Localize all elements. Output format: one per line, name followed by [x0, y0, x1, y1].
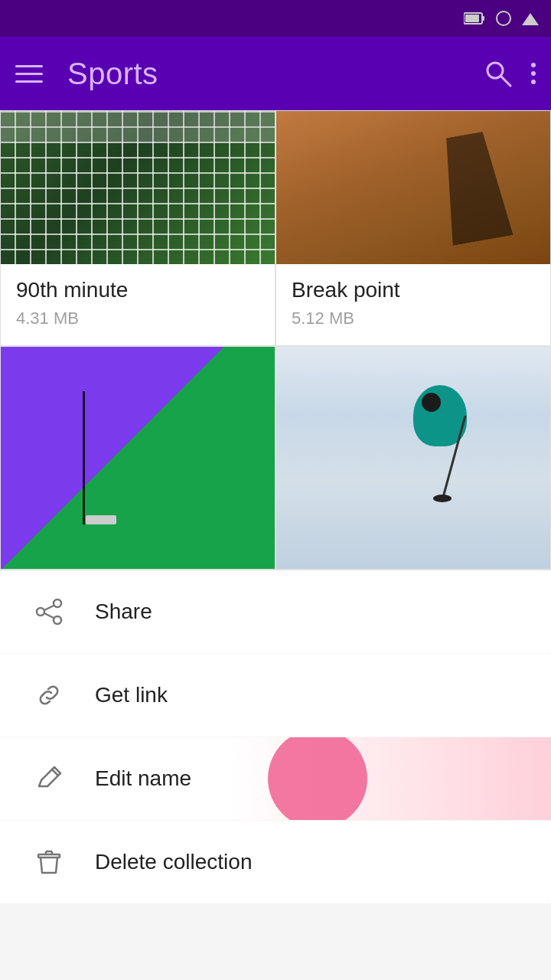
svg-rect-1 [482, 16, 484, 21]
svg-line-12 [44, 606, 54, 610]
trash-icon [31, 844, 67, 880]
get-link-label: Get link [95, 683, 168, 707]
grid-item-skiing[interactable] [276, 346, 551, 570]
battery-icon [464, 11, 485, 25]
grid-item-size-breakpoint: 5.12 MB [292, 309, 535, 328]
pencil-icon [31, 760, 67, 797]
grid-item-title-breakpoint: Break point [292, 278, 535, 302]
grid-item-info-soccer: 90th minute 4.31 MB [1, 264, 275, 345]
svg-rect-15 [38, 854, 60, 858]
status-bar [0, 0, 551, 37]
grid-item-image-court [1, 347, 275, 569]
fab-ripple [268, 737, 367, 821]
share-item[interactable]: Share [0, 570, 551, 654]
svg-line-7 [442, 416, 465, 500]
toolbar: Sports [0, 37, 551, 110]
link-icon [31, 677, 67, 714]
svg-point-9 [54, 599, 61, 607]
content-grid: 90th minute 4.31 MB Break point 5.12 MB [0, 110, 551, 570]
grid-item-court[interactable] [0, 346, 276, 570]
grid-item-size-soccer: 4.31 MB [16, 309, 259, 328]
grid-item-soccer[interactable]: 90th minute 4.31 MB [0, 110, 276, 346]
svg-point-8 [433, 495, 452, 502]
grid-item-image-skiing [276, 347, 550, 569]
delete-collection-label: Delete collection [95, 850, 252, 874]
delete-collection-item[interactable]: Delete collection [0, 821, 551, 904]
grid-item-info-breakpoint: Break point 5.12 MB [276, 264, 550, 345]
get-link-item[interactable]: Get link [0, 654, 551, 737]
edit-name-item[interactable]: Edit name [0, 737, 551, 821]
page-title: Sports [67, 57, 465, 91]
search-button[interactable] [484, 59, 513, 88]
circle-icon [496, 11, 511, 26]
svg-point-3 [497, 11, 510, 25]
share-icon [31, 593, 67, 630]
svg-rect-2 [465, 15, 479, 22]
grid-item-title-soccer: 90th minute [16, 278, 259, 302]
share-label: Share [95, 599, 152, 624]
more-options-button[interactable] [531, 63, 536, 84]
edit-name-label: Edit name [95, 766, 191, 791]
bottom-sheet: Share Get link Edit name [0, 570, 551, 904]
grid-item-image-soccer [1, 111, 275, 264]
svg-line-13 [44, 613, 54, 618]
svg-point-10 [54, 616, 61, 624]
menu-button[interactable] [15, 65, 43, 83]
svg-line-6 [501, 77, 510, 86]
signal-icon [522, 11, 539, 25]
svg-marker-4 [522, 13, 539, 25]
ripple-overlay [230, 737, 551, 820]
grid-item-image-breakpoint [276, 111, 550, 264]
svg-point-11 [37, 608, 44, 616]
grid-item-breakpoint[interactable]: Break point 5.12 MB [276, 110, 551, 346]
